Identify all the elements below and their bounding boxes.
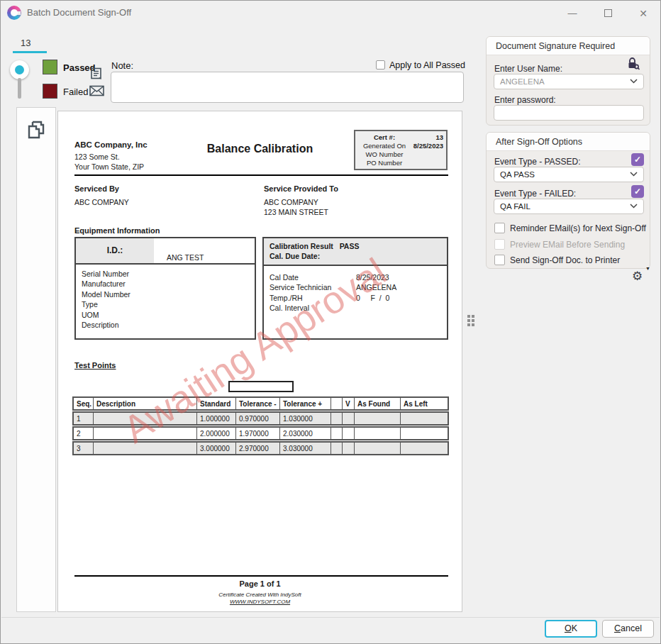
username-combobox[interactable]: ANGELENA [494,74,644,89]
id-label: I.D.: [76,238,154,263]
title-bar: Batch Document Sign-Off — ✕ [1,1,660,25]
signature-group-title: Document Signature Required [487,37,650,55]
tab-13[interactable]: 13 [21,38,30,48]
service-provided-to-label: Service Provided To [264,184,338,193]
col-blank [331,398,343,409]
send-to-printer-checkbox[interactable] [494,255,505,265]
maximize-icon [604,9,612,17]
app-logo-icon [7,6,21,20]
chevron-down-icon [630,172,638,177]
calibration-result-label: Calibration Result [270,242,333,250]
equipment-field-list: Serial Number Manufacturer Model Number … [82,269,130,330]
test-points-table: Seq. Description Standard Tolerance - To… [72,396,449,456]
pin-stem [18,78,21,99]
cancel-button[interactable]: Cancel [602,620,654,638]
calibration-header: Calibration Result PASS Cal. Due Date: [264,238,447,266]
options-group: After Sign-Off Options Event Type - PASS… [486,132,650,269]
generated-on-label: Generated On [357,142,412,150]
cert-number-label: Cert #: [357,133,412,142]
check-icon: ✓ [634,187,641,196]
note-label: Note: [111,60,133,71]
minimize-button[interactable]: — [562,6,582,21]
gear-icon: ⚙ [632,269,643,283]
preview-email-checkbox [494,239,505,250]
equipment-info-heading: Equipment Information [74,226,160,235]
header-divider [74,174,448,176]
cal-due-date-label: Cal. Due Date: [270,251,447,261]
pin-dot-icon [15,65,24,74]
ok-button[interactable]: OK [545,620,597,638]
copy-pages-icon[interactable] [23,121,45,143]
tab-active-indicator [13,51,47,53]
table-row: 3 3.000000 2.970000 3.030000 [72,441,449,455]
po-number-value [412,159,443,167]
splitter-grip[interactable] [467,315,476,327]
col-tolerance-minus: Tolerance - [236,398,280,409]
service-provided-to-line1: ABC COMPANY [264,197,318,207]
event-passed-value: QA PASS [500,170,535,179]
event-passed-combobox[interactable]: QA PASS [494,167,644,182]
cal-date-value: 8/25/2023 [356,272,389,282]
username-value: ANGELENA [500,77,545,86]
col-standard: Standard [197,398,236,409]
reminder-email-label: Reminder EMail(s) for Next Sign-Off [510,223,646,233]
test-points-heading: Test Points [74,361,116,370]
thumbnail-panel[interactable] [16,107,56,612]
cal-date-label: Cal Date [270,272,356,282]
event-passed-checkbox[interactable]: ✓ [631,153,644,166]
note-input[interactable] [111,72,464,103]
maximize-button[interactable] [598,6,618,21]
document-status-pin[interactable] [10,60,29,79]
wo-number-value [412,150,443,159]
col-v: V [343,398,355,409]
apply-to-all-passed-checkbox[interactable] [376,60,385,70]
bottom-divider [1,617,660,618]
cal-interval-label: Cal. Interval [270,303,356,313]
indysoft-url: WWW.INDYSOFT.COM [58,599,462,605]
chevron-down-icon [630,79,638,84]
company-address2: Your Town State, ZIP [74,162,148,172]
footer-divider [74,575,448,577]
send-to-printer-label: Send Sign-Off Doc. to Printer [510,255,620,265]
col-tolerance-plus: Tolerance + [280,398,331,409]
service-technician-label: Service Technician [270,282,356,292]
apply-to-all-passed-label: Apply to All Passed [389,60,465,70]
event-type-passed-label: Event Type - PASSED: [494,157,581,167]
temp-rh-label: Temp./RH [270,293,356,303]
close-button[interactable]: ✕ [633,6,653,21]
event-failed-combobox[interactable]: QA FAIL [494,199,644,214]
chevron-down-icon [630,204,638,209]
options-group-title: After Sign-Off Options [487,133,650,151]
service-provided-to-line2: 123 MAIN STREET [264,207,328,217]
email-icon[interactable] [89,85,104,96]
cert-info-box: Cert #:13 Generated On8/25/2023 WO Numbe… [354,130,448,170]
created-with-text: Certificate Created With IndySoft [58,592,462,598]
col-as-left: As Left [401,398,448,409]
table-header-row: Seq. Description Standard Tolerance - To… [72,396,449,411]
document-preview-page: ABC Company, Inc 123 Some St. Your Town … [57,111,462,612]
window-title: Batch Document Sign-Off [27,7,131,18]
id-box-separator [76,263,255,265]
username-label: Enter User Name: [494,64,562,74]
calibration-result-value: PASS [340,242,360,250]
preview-email-label: Preview EMail Before Sending [510,240,625,250]
dialog-window: Batch Document Sign-Off — ✕ 13 Passed Fa… [0,0,661,644]
lock-key-icon [627,57,640,70]
settings-menu-button[interactable]: ⚙ ▼ [632,267,650,284]
calibration-result-box: Calibration Result PASS Cal. Due Date: C… [262,237,448,340]
col-as-found: As Found [355,398,401,409]
po-number-label: PO Number [357,159,412,167]
dropdown-arrow-icon: ▼ [645,266,650,271]
password-input[interactable] [494,105,644,121]
calibration-rows: Cal Date8/25/2023 Service TechnicianANGE… [270,272,396,313]
event-failed-checkbox[interactable]: ✓ [631,185,644,198]
generated-on-value: 8/25/2023 [412,142,443,150]
reminder-email-checkbox[interactable] [494,223,505,233]
id-value: ANG TEST [167,253,204,262]
col-description: Description [94,398,197,409]
event-failed-value: QA FAIL [500,202,531,211]
page-number: Page 1 of 1 [58,579,462,588]
equipment-field: Model Number [82,289,130,299]
table-row: 1 1.000000 0.970000 1.030000 [72,411,449,426]
note-document-icon[interactable] [90,67,103,81]
